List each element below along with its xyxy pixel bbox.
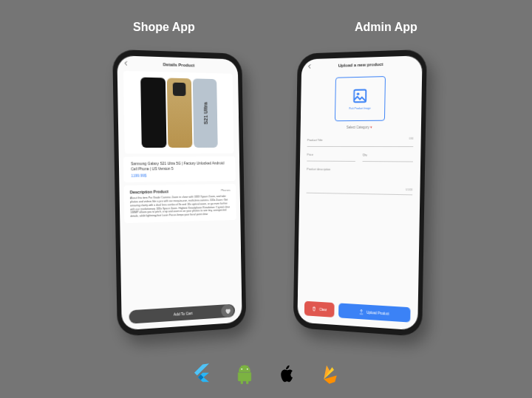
add-to-cart-button[interactable]: Add To Cart bbox=[129, 304, 236, 324]
upload-label: Upload Product bbox=[366, 310, 389, 315]
description-body: About this item Pro Grade Camera: Zoom i… bbox=[130, 195, 231, 219]
phone-variant-light bbox=[193, 78, 218, 148]
product-title-field[interactable]: Product Title 0/80 bbox=[307, 135, 414, 147]
desc-label: Product description bbox=[307, 167, 330, 171]
admin-screen: Upload a new product Pick Product Image … bbox=[297, 55, 422, 330]
shop-header: Details Product bbox=[117, 55, 238, 72]
flutter-icon bbox=[191, 363, 213, 385]
tech-icons-row bbox=[191, 363, 341, 385]
admin-header-title: Upload a new product bbox=[301, 61, 422, 69]
select-category-dropdown[interactable]: Select Category bbox=[301, 125, 421, 129]
product-info: Samsung Galaxy S21 Ultra 5G | Factory Un… bbox=[123, 157, 236, 182]
svg-point-1 bbox=[357, 92, 360, 95]
description-block: Description Product Phones About this it… bbox=[124, 184, 236, 223]
image-icon bbox=[352, 88, 368, 104]
firebase-icon bbox=[319, 363, 341, 385]
upload-product-button[interactable]: Upload Product bbox=[338, 303, 411, 322]
description-heading: Description Product bbox=[130, 188, 231, 194]
title-char-counter: 0/80 bbox=[409, 137, 414, 140]
clear-button[interactable]: Clear bbox=[304, 301, 334, 318]
android-icon bbox=[233, 363, 256, 385]
product-description-field[interactable]: Product description 0/1000 bbox=[307, 164, 413, 195]
qty-label: Qty bbox=[363, 153, 367, 157]
category-tag: Phones bbox=[221, 188, 231, 192]
phone-variant-dark bbox=[140, 78, 166, 148]
svg-point-2 bbox=[241, 368, 242, 370]
shop-screen: Details Product Samsung Galaxy S21 Ultra… bbox=[117, 55, 242, 330]
desc-char-counter: 0/1000 bbox=[406, 188, 412, 191]
price-label: Price bbox=[307, 153, 313, 157]
trash-icon bbox=[312, 306, 318, 312]
app-title-admin: Admin App bbox=[355, 21, 417, 34]
phone-shop: Details Product Samsung Galaxy S21 Ultra… bbox=[112, 49, 246, 337]
pick-image-label: Pick Product Image bbox=[349, 107, 371, 110]
phone-admin: Upload a new product Pick Product Image … bbox=[293, 49, 427, 337]
qty-field[interactable]: Qty bbox=[363, 150, 414, 162]
product-price: 1199.99$ bbox=[131, 172, 228, 178]
admin-header: Upload a new product bbox=[301, 55, 423, 72]
product-title-label: Product Title bbox=[307, 138, 323, 142]
heart-icon bbox=[225, 307, 231, 314]
image-picker[interactable]: Pick Product Image bbox=[335, 76, 386, 121]
product-name: Samsung Galaxy S21 Ultra 5G | Factory Un… bbox=[131, 161, 228, 171]
phone-variant-gold bbox=[167, 78, 193, 148]
apple-icon bbox=[276, 363, 299, 385]
svg-point-3 bbox=[247, 368, 248, 370]
clear-label: Clear bbox=[319, 307, 327, 312]
upload-icon bbox=[358, 309, 364, 315]
admin-button-row: Clear Upload Product bbox=[304, 301, 411, 323]
price-field[interactable]: Price bbox=[307, 150, 355, 162]
shop-header-title: Details Product bbox=[117, 61, 238, 69]
product-image bbox=[123, 71, 234, 154]
app-title-shop: Shope App bbox=[133, 21, 195, 34]
